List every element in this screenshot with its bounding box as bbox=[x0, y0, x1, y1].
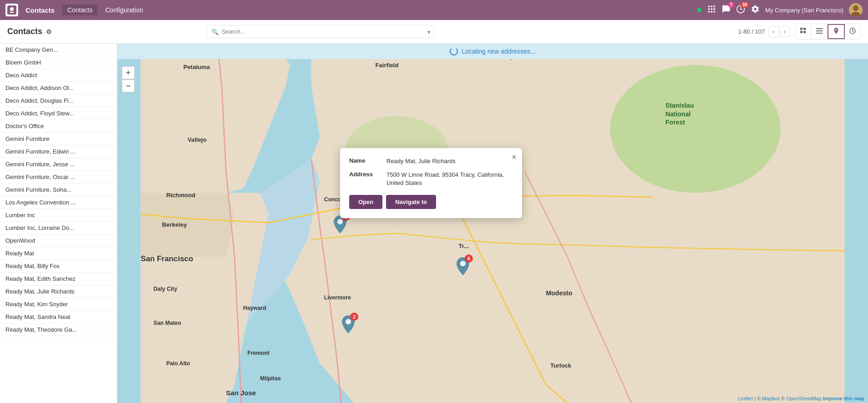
svg-text:Petaluma: Petaluma bbox=[183, 64, 210, 70]
svg-text:Milpitas: Milpitas bbox=[260, 375, 281, 382]
prev-page-button[interactable]: ‹ bbox=[768, 26, 778, 37]
svg-rect-20 bbox=[816, 28, 823, 29]
grid-icon[interactable] bbox=[707, 5, 716, 16]
zoom-in-button[interactable]: + bbox=[122, 66, 135, 79]
svg-text:Livermore: Livermore bbox=[324, 294, 351, 301]
user-avatar[interactable] bbox=[849, 3, 863, 17]
svg-point-55 bbox=[346, 319, 351, 324]
page-title-area: Contacts ⚙ bbox=[7, 27, 52, 36]
map-pin-2[interactable]: 2 bbox=[341, 315, 356, 333]
chat-icon[interactable]: 7 bbox=[722, 5, 731, 16]
osm-link[interactable]: OpenStreetMap bbox=[786, 396, 822, 401]
contact-list-item[interactable]: Ready Mat, Edith Sanchez bbox=[0, 273, 117, 285]
app-logo[interactable] bbox=[5, 4, 18, 16]
contact-list-item[interactable]: Deco Addict, Floyd Stew... bbox=[0, 107, 117, 120]
contact-list-item[interactable]: Deco Addict, Douglas Fl... bbox=[0, 95, 117, 107]
contact-list-item[interactable]: Ready Mat, Billy Fox bbox=[0, 260, 117, 273]
map-loading-bar: Locating new addresses... bbox=[117, 44, 868, 59]
search-input[interactable] bbox=[207, 25, 434, 38]
svg-rect-11 bbox=[713, 11, 715, 12]
secondary-bar: Contacts ⚙ 🔍 ▾ 1-80 / 107 ‹ › bbox=[0, 20, 868, 44]
svg-text:National: National bbox=[666, 110, 691, 118]
contact-list-item[interactable]: Gemini Furniture, Edwin ... bbox=[0, 145, 117, 158]
popup-address-row: Address 7500 W Linne Road, 95304 Tracy, … bbox=[349, 171, 513, 187]
svg-text:Hayward: Hayward bbox=[243, 305, 266, 311]
contact-list-item[interactable]: Lumber Inc, Lorraine Do... bbox=[0, 222, 117, 234]
contact-list-item[interactable]: Gemini Furniture, Oscar ... bbox=[0, 171, 117, 184]
popup-open-button[interactable]: Open bbox=[349, 195, 382, 209]
settings-icon[interactable] bbox=[751, 5, 760, 16]
mapbox-link[interactable]: Mapbox bbox=[762, 396, 780, 401]
next-page-button[interactable]: › bbox=[780, 26, 790, 37]
contact-list-item[interactable]: Doctor's Office bbox=[0, 120, 117, 133]
contact-list-item[interactable]: Lumber Inc bbox=[0, 209, 117, 222]
map-pin-1[interactable]: 2 bbox=[333, 215, 347, 234]
svg-rect-22 bbox=[816, 33, 823, 34]
svg-point-54 bbox=[337, 219, 343, 224]
svg-rect-19 bbox=[803, 31, 806, 33]
svg-rect-4 bbox=[711, 5, 712, 7]
search-container: 🔍 ▾ bbox=[207, 25, 434, 38]
list-view-button[interactable] bbox=[812, 24, 828, 39]
search-dropdown-icon[interactable]: ▾ bbox=[427, 28, 431, 35]
activity-badge: 38 bbox=[740, 2, 749, 8]
pagination: 1-80 / 107 ‹ › bbox=[738, 26, 790, 37]
pagination-text: 1-80 / 107 bbox=[738, 28, 765, 35]
view-switcher bbox=[795, 24, 861, 40]
contact-list-item[interactable]: Ready Mat, Julie Richards bbox=[0, 285, 117, 298]
popup-address-value: 7500 W Linne Road, 95304 Tracy, Californ… bbox=[386, 171, 513, 187]
pin-icon-2: 2 bbox=[341, 315, 356, 333]
contact-list-item[interactable]: Deco Addict bbox=[0, 69, 117, 82]
page-title: Contacts bbox=[7, 27, 42, 36]
contact-list-item[interactable]: Gemini Furniture bbox=[0, 133, 117, 145]
svg-marker-27 bbox=[140, 193, 234, 257]
activity-icon[interactable]: 38 bbox=[736, 5, 745, 16]
popup-close-button[interactable]: × bbox=[512, 153, 517, 162]
contact-list-item[interactable]: Bloem GmbH bbox=[0, 56, 117, 69]
improve-map-link[interactable]: Improve this map bbox=[823, 396, 864, 401]
contact-list-item[interactable]: Deco Addict, Addison Ol... bbox=[0, 82, 117, 95]
company-name: My Company (San Francisco) bbox=[765, 7, 843, 14]
contact-list-item[interactable]: Ready Mat, Sandra Neal bbox=[0, 311, 117, 323]
topbar: Contacts Contacts Configuration 7 38 My … bbox=[0, 0, 868, 20]
popup-name-row: Name Ready Mat, Julie Richards bbox=[349, 157, 513, 165]
contact-list-item[interactable]: OpenWood bbox=[0, 234, 117, 247]
contact-list-item[interactable]: Ready Mat bbox=[0, 247, 117, 260]
svg-text:Palo Alto: Palo Alto bbox=[166, 360, 190, 367]
svg-rect-18 bbox=[800, 31, 803, 33]
page-settings-icon[interactable]: ⚙ bbox=[46, 28, 52, 35]
contact-list-item[interactable]: Gemini Furniture, Soha... bbox=[0, 184, 117, 196]
popup-navigate-button[interactable]: Navigate to bbox=[386, 195, 436, 209]
kanban-view-button[interactable] bbox=[796, 24, 812, 39]
contact-list-item[interactable]: Ready Mat, Theodore Ga... bbox=[0, 323, 117, 336]
pagination-nav: ‹ › bbox=[768, 26, 790, 37]
popup-address-label: Address bbox=[349, 171, 381, 187]
topbar-right: 7 38 My Company (San Francisco) bbox=[697, 3, 863, 17]
svg-point-14 bbox=[853, 5, 858, 11]
contact-list-item[interactable]: Los Angeles Convention ... bbox=[0, 196, 117, 209]
popup-actions: Open Navigate to bbox=[349, 195, 513, 209]
nav-configuration[interactable]: Configuration bbox=[100, 5, 148, 15]
activity-view-button[interactable] bbox=[845, 24, 860, 39]
svg-text:Richmond: Richmond bbox=[166, 192, 196, 199]
pin-badge-3: 6 bbox=[465, 254, 473, 263]
pin-icon-1: 2 bbox=[333, 215, 347, 234]
map-popup: × Name Ready Mat, Julie Richards Address… bbox=[340, 148, 522, 218]
svg-point-31 bbox=[610, 65, 781, 193]
loading-spinner bbox=[450, 47, 458, 55]
svg-point-1 bbox=[10, 7, 14, 11]
map-controls: + − bbox=[122, 66, 135, 92]
svg-rect-3 bbox=[708, 5, 710, 7]
contact-list-item[interactable]: BE Company Gen... bbox=[0, 44, 117, 56]
svg-text:Stanislau: Stanislau bbox=[666, 102, 694, 109]
zoom-out-button[interactable]: − bbox=[122, 80, 135, 92]
status-indicator bbox=[697, 8, 702, 12]
contact-list-item[interactable]: Ready Mat, Kim Snyder bbox=[0, 298, 117, 311]
leaflet-link[interactable]: Leaflet bbox=[738, 396, 753, 401]
nav-contacts[interactable]: Contacts bbox=[62, 5, 98, 15]
map-background[interactable]: Stanislau National Forest Petaluma Fairf… bbox=[117, 44, 868, 403]
svg-text:San Francisco: San Francisco bbox=[140, 254, 193, 263]
map-pin-3[interactable]: 6 bbox=[456, 257, 470, 275]
contact-list-item[interactable]: Gemini Furniture, Jesse ... bbox=[0, 158, 117, 171]
map-view-button[interactable] bbox=[828, 24, 845, 39]
